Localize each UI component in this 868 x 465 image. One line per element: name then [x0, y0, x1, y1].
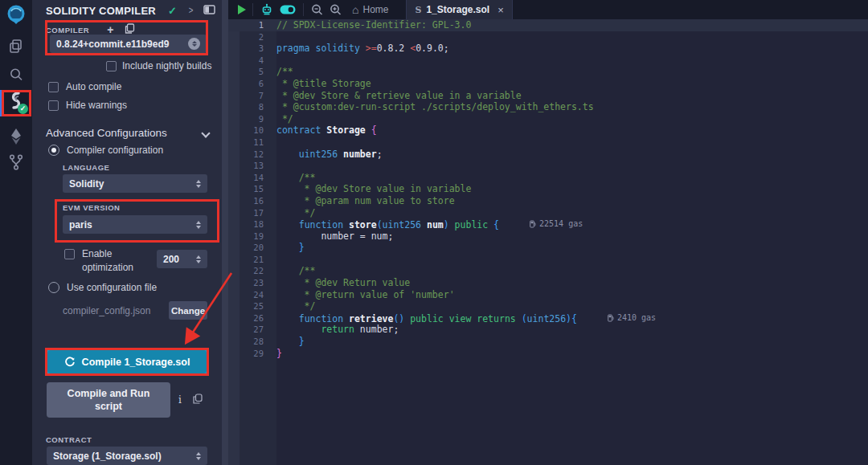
- code-line[interactable]: 22 /**: [228, 265, 868, 277]
- line-number: 20: [228, 242, 276, 254]
- code-editor[interactable]: 1// SPDX-License-Identifier: GPL-3.023pr…: [228, 19, 868, 465]
- home-icon[interactable]: ⌂: [352, 3, 358, 16]
- compile-and-run-button[interactable]: Compile and Run script: [47, 382, 170, 418]
- zoom-out-icon[interactable]: [310, 3, 324, 17]
- change-config-button[interactable]: Change: [169, 301, 207, 320]
- compiler-version-select[interactable]: 0.8.24+commit.e11b9ed9: [50, 35, 207, 53]
- line-number: 26: [228, 312, 276, 324]
- line-number: 21: [228, 254, 276, 266]
- git-icon[interactable]: [0, 153, 32, 172]
- split-panel-icon[interactable]: [203, 3, 215, 18]
- auto-compile-checkbox[interactable]: [48, 82, 59, 92]
- line-number: 23: [228, 277, 276, 289]
- code-line[interactable]: 4: [228, 55, 868, 67]
- run-script-icon[interactable]: [238, 5, 246, 14]
- code-line[interactable]: 9 */: [228, 113, 868, 125]
- code-line[interactable]: 28 }: [228, 336, 868, 348]
- copy-icon[interactable]: [193, 393, 203, 407]
- code-line[interactable]: 13: [228, 160, 868, 172]
- line-number: 19: [228, 230, 276, 243]
- advanced-configurations-header[interactable]: Advanced Configurations: [46, 127, 209, 139]
- code-line[interactable]: 17 */: [228, 207, 868, 219]
- code-line[interactable]: 3pragma solidity >=0.8.2 <0.9.0;: [228, 43, 868, 55]
- code-line[interactable]: 14 /**: [228, 172, 868, 184]
- zoom-in-icon[interactable]: [329, 3, 342, 17]
- compiler-version-value: 0.8.24+commit.e11b9ed9: [56, 39, 169, 50]
- line-number: 28: [228, 336, 276, 348]
- code-line[interactable]: 11: [228, 137, 868, 149]
- divider: [252, 3, 253, 16]
- code-line[interactable]: 27 return number;: [228, 324, 868, 336]
- code-line[interactable]: 15 * @dev Store value in variable: [228, 183, 868, 195]
- line-number: 2: [228, 31, 276, 43]
- info-icon[interactable]: i: [178, 394, 182, 406]
- code-line[interactable]: 23 * @dev Return value: [228, 277, 868, 289]
- forward-chevron-icon[interactable]: >: [189, 5, 194, 16]
- contract-caret-icon: [196, 452, 201, 460]
- code-line[interactable]: 1// SPDX-License-Identifier: GPL-3.0: [228, 19, 868, 31]
- code-line[interactable]: 19 number = num;: [228, 230, 868, 243]
- code-line[interactable]: 2: [228, 31, 868, 43]
- code-line[interactable]: 12 uint256 number;: [228, 149, 868, 161]
- hide-warnings-checkbox[interactable]: [48, 100, 59, 111]
- line-number: 27: [228, 324, 276, 336]
- panel-resize-handle[interactable]: [222, 0, 228, 465]
- tab-close-icon[interactable]: ×: [497, 4, 504, 16]
- tab-1-storage-sol[interactable]: S 1_Storage.sol ×: [406, 0, 512, 19]
- line-number: 25: [228, 300, 276, 312]
- evm-version-value: paris: [69, 219, 92, 230]
- line-number: 18: [228, 218, 276, 230]
- nightly-builds-checkbox[interactable]: [106, 61, 117, 71]
- compiler-configuration-label: Compiler configuration: [67, 145, 163, 156]
- line-number: 7: [228, 90, 276, 102]
- contract-select[interactable]: Storage (1_Storage.sol): [47, 447, 207, 465]
- home-tab-label[interactable]: Home: [362, 4, 388, 15]
- enable-optimization-checkbox[interactable]: [64, 249, 75, 259]
- code-line[interactable]: 20 }: [228, 242, 868, 254]
- line-number: 16: [228, 195, 276, 207]
- code-line[interactable]: 26 function retrieve() public view retur…: [228, 312, 868, 324]
- compile-and-run-label: Compile and Run script: [55, 387, 162, 414]
- use-configuration-file-radio[interactable]: [48, 282, 59, 293]
- line-number: 11: [228, 137, 276, 149]
- language-select[interactable]: Solidity: [63, 174, 207, 193]
- compiler-configuration-radio[interactable]: [48, 145, 59, 156]
- code-line[interactable]: 25 */: [228, 300, 868, 312]
- remix-logo[interactable]: [0, 4, 32, 27]
- code-line[interactable]: 16 * @param num value to store: [228, 195, 868, 207]
- compiled-check-icon: ✓: [168, 5, 177, 17]
- line-number: 4: [228, 55, 276, 67]
- search-icon[interactable]: [0, 66, 32, 84]
- language-caret-icon: [196, 180, 201, 188]
- code-line[interactable]: 24 * @return value of 'number': [228, 289, 868, 301]
- version-stepper-icon[interactable]: [188, 38, 200, 50]
- code-line[interactable]: 21: [228, 254, 868, 266]
- code-line[interactable]: 6 * @title Storage: [228, 78, 868, 90]
- code-line[interactable]: 8 * @custom:dev-run-script ./scripts/dep…: [228, 101, 868, 113]
- tab-label: 1_Storage.sol: [426, 4, 489, 15]
- line-number: 12: [228, 149, 276, 161]
- use-configuration-file-label: Use configuration file: [67, 282, 157, 293]
- code-line[interactable]: 5/**: [228, 66, 868, 78]
- code-line[interactable]: 18 function store(uint256 num) public {2…: [228, 218, 868, 230]
- gas-estimate-badge: 2410 gas: [608, 312, 656, 324]
- line-number: 29: [228, 348, 276, 360]
- ai-assistant-icon[interactable]: [260, 2, 274, 17]
- hide-warnings-label: Hide warnings: [66, 100, 127, 111]
- code-line[interactable]: 29}: [228, 348, 868, 360]
- add-compiler-icon[interactable]: +: [107, 26, 113, 34]
- line-number: 10: [228, 124, 276, 137]
- compile-button[interactable]: Compile 1_Storage.sol: [47, 349, 207, 374]
- language-value: Solidity: [69, 178, 104, 190]
- runs-stepper-icon[interactable]: [196, 255, 201, 263]
- ai-toggle-icon[interactable]: [279, 3, 297, 16]
- code-line[interactable]: 7 * @dev Store & retrieve value in a var…: [228, 90, 868, 102]
- code-line[interactable]: 10contract Storage {: [228, 124, 868, 137]
- deploy-run-icon[interactable]: [0, 127, 32, 146]
- line-number: 3: [228, 43, 276, 55]
- line-number: 14: [228, 172, 276, 184]
- optimization-runs-input[interactable]: 200: [157, 250, 207, 268]
- panel-title: SOLIDITY COMPILER: [46, 5, 156, 17]
- evm-version-select[interactable]: paris: [63, 215, 207, 234]
- file-explorer-icon[interactable]: [0, 37, 32, 55]
